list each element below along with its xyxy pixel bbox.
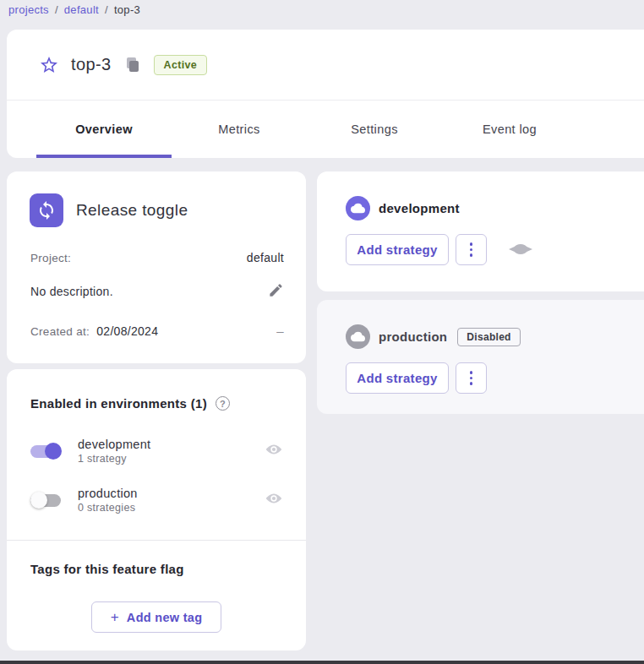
tab-settings[interactable]: Settings [307,101,442,158]
add-strategy-button[interactable]: Add strategy [346,234,449,265]
description-row: No description. [30,282,284,301]
breadcrumb: projects / default / top-3 [8,3,140,16]
add-strategy-button[interactable]: Add strategy [346,362,449,394]
breadcrumb-separator: / [55,3,58,16]
flag-header-card: top-3 Active Overview Metrics Settings E… [7,30,644,158]
eye-icon[interactable] [265,440,283,462]
plus-icon: + [111,609,119,626]
environments-title: Enabled in environments (1) [30,396,207,411]
tab-metrics[interactable]: Metrics [172,101,307,158]
disabled-badge: Disabled [457,328,520,346]
production-panel-actions: Add strategy [346,362,487,394]
development-strategies-panel: development Add strategy [317,171,644,291]
breadcrumb-projects[interactable]: projects [8,3,49,16]
created-label: Created at: [30,325,90,338]
eye-icon[interactable] [265,489,283,511]
help-icon[interactable]: ? [216,396,230,411]
bottom-window-edge [0,661,644,664]
edit-description-pencil-icon[interactable] [268,282,284,301]
favorite-star-icon[interactable] [39,55,59,75]
production-strategies-panel: production Disabled Add strategy [317,300,644,414]
project-label: Project: [30,252,71,264]
environment-panel-name: development [379,201,460,215]
description-text: No description. [30,285,113,298]
environment-panel-name: production [379,329,447,344]
copy-name-icon[interactable] [125,57,140,73]
feature-flag-page: projects / default / top-3 top-3 Active … [0,0,644,664]
environments-header: Enabled in environments (1) ? [30,396,230,411]
project-row: Project: default [30,251,284,264]
environment-name: production [78,487,265,500]
kebab-menu-icon[interactable] [456,362,487,394]
section-divider [7,540,306,541]
empty-value-dash: – [276,324,284,338]
development-panel-header: development [346,196,460,220]
cloud-icon [346,324,370,349]
environment-row-production: production 0 strategies [30,482,283,518]
cloud-icon [346,196,370,220]
breadcrumb-current: top-3 [114,3,140,16]
page-title: top-3 [71,55,112,74]
breadcrumb-separator: / [105,3,108,16]
created-row: Created at: 02/08/2024 – [30,324,284,338]
environment-strategy-count: 1 strategy [78,453,265,465]
add-new-tag-button[interactable]: + Add new tag [91,601,221,633]
tab-event-log[interactable]: Event log [442,101,577,158]
tab-overview[interactable]: Overview [36,101,172,158]
created-value: 02/08/2024 [96,324,158,338]
production-toggle[interactable] [30,492,63,509]
environment-row-development: development 1 strategy [30,433,283,469]
kebab-menu-icon[interactable] [456,234,487,265]
project-value: default [247,251,284,264]
add-new-tag-label: Add new tag [127,611,203,624]
production-panel-header: production Disabled [346,324,521,349]
active-tab-indicator [36,155,172,158]
status-badge: Active [154,55,207,75]
flag-type-label: Release toggle [76,201,188,220]
tags-section-title: Tags for this feature flag [30,562,184,576]
development-panel-actions: Add strategy [346,234,532,265]
created-at: Created at: 02/08/2024 [30,324,158,338]
flag-title-row: top-3 Active [7,30,644,101]
environments-card: Enabled in environments (1) ? developmen… [7,369,306,650]
tab-bar: Overview Metrics Settings Event log [36,101,577,158]
flag-details-card: Release toggle Project: default No descr… [7,171,306,363]
environment-strategy-count: 0 strategies [78,502,265,514]
development-toggle[interactable] [30,443,63,460]
environment-name: development [78,438,265,451]
saucer-cloud-usage-icon [509,242,532,258]
flag-type-row: Release toggle [30,193,188,227]
breadcrumb-default[interactable]: default [64,3,99,16]
release-toggle-icon [30,193,63,227]
